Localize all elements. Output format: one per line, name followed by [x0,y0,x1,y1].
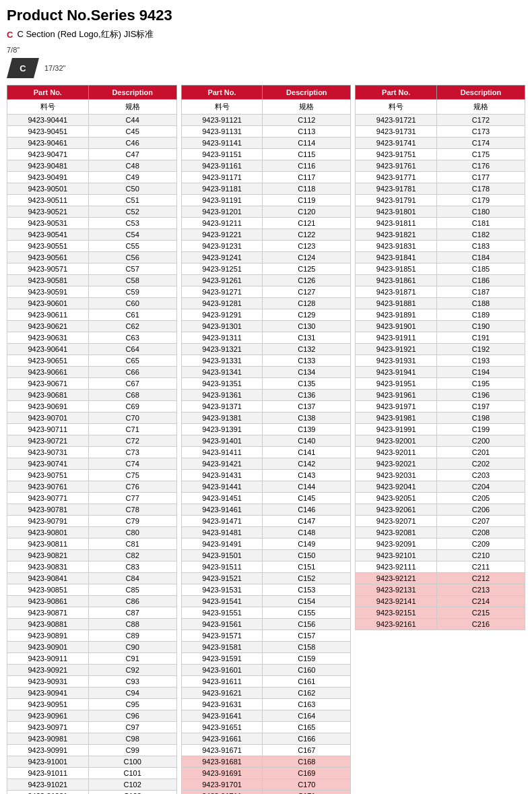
table-row: 9423-91851C185 [356,264,525,275]
description-cell: C169 [263,768,351,779]
description-cell: C98 [88,733,176,745]
description-cell: C167 [263,745,351,756]
table-row: 9423-91921C192 [356,344,525,355]
part-no-cell: 9423-91601 [181,665,263,676]
table-row: 9423-91591C159 [181,653,351,665]
table-row: 9423-90921C92 [7,665,177,676]
part-no-cell: 9423-91731 [356,126,437,138]
description-cell: C103 [88,791,176,795]
table-row: 9423-91341C134 [181,367,351,378]
part-no-cell: 9423-91781 [356,183,437,195]
description-cell: C148 [263,527,351,539]
table-row: 9423-91871C187 [356,286,525,298]
table-row: 9423-90511C51 [7,195,177,206]
description-cell: C47 [88,149,176,160]
part-no-cell: 9423-91841 [356,252,437,264]
part-no-cell: 9423-91451 [181,493,263,504]
description-cell: C97 [88,722,176,733]
part-no-cell: 9423-90581 [7,275,89,286]
table-row: 9423-90721C72 [7,435,177,447]
part-no-cell: 9423-90601 [7,298,89,309]
table-row: 9423-91791C179 [356,195,525,206]
description-cell: C96 [88,710,176,722]
col2-subheader-partno: 料号 [181,100,263,115]
table-row: 9423-90811C81 [7,539,177,550]
description-cell: C49 [88,172,176,183]
description-cell: C183 [437,241,525,252]
table-row: 9423-91801C180 [356,206,525,218]
table-row: 9423-91991C199 [356,424,525,435]
part-no-cell: 9423-91201 [181,206,263,218]
description-cell: C57 [88,264,176,275]
part-no-cell: 9423-91441 [181,481,263,493]
table-row: 9423-90671C67 [7,378,177,390]
part-no-cell: 9423-90741 [7,458,89,470]
belt-shape: C [7,58,39,78]
part-no-cell: 9423-90751 [7,470,89,481]
part-no-cell: 9423-90821 [7,550,89,561]
part-no-cell: 9423-90461 [7,138,89,149]
description-cell: C162 [263,688,351,699]
table-row: 9423-91021C102 [7,779,177,791]
table-row: 9423-91301C130 [181,321,351,332]
description-cell: C113 [263,126,351,138]
description-cell: C201 [437,447,525,458]
part-no-cell: 9423-91591 [181,653,263,665]
table-row: 9423-91151C115 [181,149,351,160]
part-no-cell: 9423-91541 [181,596,263,607]
part-no-cell: 9423-91251 [181,264,263,275]
belt-size-bottom: 17/32" [44,64,65,72]
description-cell: C91 [88,653,176,665]
table-row: 9423-91841C184 [356,252,525,264]
table-1: Part No. Description 料号 规格 9423-90441C44… [7,85,177,794]
part-no-cell: 9423-91521 [181,573,263,584]
table-row: 9423-91481C148 [181,527,351,539]
table-row: 9423-91761C176 [356,160,525,172]
table-row: 9423-90801C80 [7,527,177,539]
part-no-cell: 9423-91671 [181,745,263,756]
table-row: 9423-90591C59 [7,286,177,298]
part-no-cell: 9423-92111 [356,561,437,573]
table-row: 9423-92071C207 [356,516,525,527]
description-cell: C44 [88,115,176,126]
table-row: 9423-91391C139 [181,424,351,435]
description-cell: C126 [263,275,351,286]
table-row: 9423-90971C97 [7,722,177,733]
description-cell: C87 [88,607,176,619]
part-no-cell: 9423-91691 [181,768,263,779]
description-cell: C119 [263,195,351,206]
table-row: 9423-90991C99 [7,745,177,756]
table-row: 9423-91861C186 [356,275,525,286]
description-cell: C112 [263,115,351,126]
part-no-cell: 9423-90631 [7,332,89,344]
part-no-cell: 9423-90501 [7,183,89,195]
part-no-cell: 9423-90781 [7,504,89,516]
part-no-cell: 9423-91991 [356,424,437,435]
table-3: Part No. Description 料号 规格 9423-91721C17… [355,85,525,630]
part-no-cell: 9423-91131 [181,126,263,138]
part-no-cell: 9423-90441 [7,115,89,126]
description-cell: C196 [437,390,525,401]
table-row: 9423-92131C213 [356,584,525,596]
description-cell: C175 [437,149,525,160]
description-cell: C198 [437,413,525,424]
description-cell: C52 [88,206,176,218]
description-cell: C172 [437,115,525,126]
description-cell: C64 [88,344,176,355]
part-no-cell: 9423-92041 [356,481,437,493]
table-row: 9423-91811C181 [356,218,525,229]
part-no-cell: 9423-90701 [7,413,89,424]
description-cell: C63 [88,332,176,344]
part-no-cell: 9423-90871 [7,607,89,619]
table-section-1: Part No. Description 料号 规格 9423-90441C44… [7,85,177,794]
part-no-cell: 9423-91891 [356,309,437,321]
part-no-cell: 9423-91121 [181,115,263,126]
table-row: 9423-90491C49 [7,172,177,183]
description-cell: C182 [437,229,525,241]
table-row: 9423-91971C197 [356,401,525,413]
description-cell: C71 [88,424,176,435]
table-row: 9423-90711C71 [7,424,177,435]
table-row: 9423-91561C156 [181,619,351,630]
table-row: 9423-91361C136 [181,390,351,401]
part-no-cell: 9423-91241 [181,252,263,264]
